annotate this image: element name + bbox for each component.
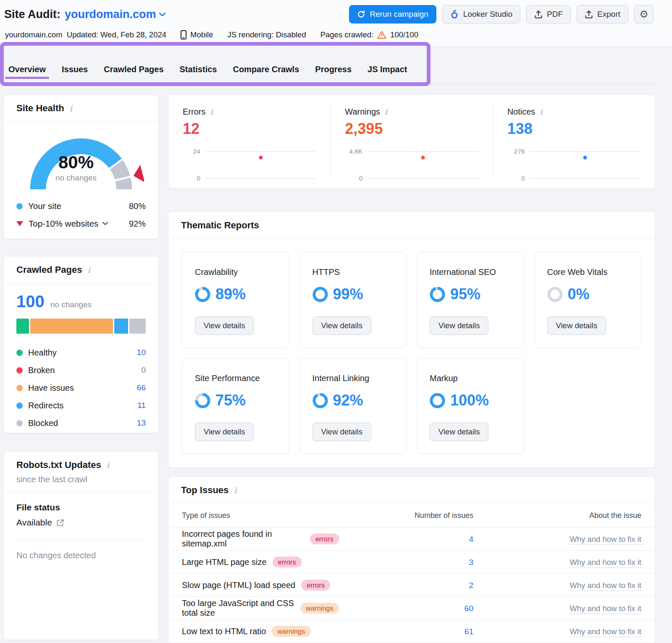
- info-icon[interactable]: i: [209, 107, 214, 117]
- robots-note: No changes detected: [16, 551, 146, 560]
- view-details-button[interactable]: View details: [312, 316, 371, 335]
- info-icon[interactable]: i: [383, 107, 388, 117]
- crawled-pages-change: no changes: [50, 300, 92, 309]
- chevron-down-icon[interactable]: [102, 222, 108, 226]
- severity-badge: errors: [301, 580, 330, 591]
- table-row: Large HTML page sizeerrors 3 Why and how…: [168, 551, 655, 574]
- legend-have-issues: Have issues 66: [16, 379, 146, 397]
- crawled-pages-stacked-bar: [16, 319, 146, 334]
- pdf-button[interactable]: PDF: [526, 5, 571, 24]
- thematic-markup: Markup 100% View details: [417, 358, 524, 454]
- errors-count[interactable]: 12: [183, 120, 316, 138]
- errors-data-point: [259, 156, 262, 159]
- refresh-icon: [357, 10, 365, 18]
- why-how-to-fix-link[interactable]: Why and how to fix it: [570, 627, 641, 637]
- errors-trend-chart: 24 0: [183, 148, 316, 182]
- rerun-campaign-button[interactable]: Rerun campaign: [349, 5, 436, 24]
- crawled-pages-card: Crawled Pages i 100 no changes Health: [3, 256, 159, 433]
- warning-triangle-icon: [377, 31, 386, 39]
- legend-broken: Broken 0: [16, 361, 146, 379]
- tab-crawled-pages[interactable]: Crawled Pages: [104, 65, 163, 83]
- site-health-change: no changes: [18, 173, 134, 183]
- why-how-to-fix-link[interactable]: Why and how to fix it: [570, 604, 641, 614]
- your-site-dot-icon: [16, 203, 23, 209]
- benchmark-marker-icon: [134, 165, 144, 183]
- robots-txt-card: Robots.txt Updates i since the last craw…: [3, 451, 159, 640]
- broken-dot-icon: [16, 367, 23, 374]
- tab-overview[interactable]: Overview: [8, 65, 46, 83]
- tab-progress[interactable]: Progress: [315, 65, 352, 83]
- errors-metric: Errors i 12 24 0: [168, 106, 330, 178]
- warnings-data-point: [421, 156, 425, 159]
- tab-compare-crawls[interactable]: Compare Crawls: [233, 65, 299, 83]
- why-how-to-fix-link[interactable]: Why and how to fix it: [570, 558, 641, 568]
- bar-segment-redirects: [114, 319, 128, 334]
- looker-studio-button[interactable]: Looker Studio: [442, 5, 520, 24]
- export-button[interactable]: Export: [577, 5, 628, 24]
- view-details-button[interactable]: View details: [312, 423, 371, 441]
- progress-ring-icon: [547, 287, 563, 302]
- notices-data-point: [583, 156, 587, 159]
- notices-metric: Notices i 138 276 0: [493, 106, 655, 178]
- issue-count-link[interactable]: 60: [465, 604, 473, 613]
- mobile-icon: [181, 30, 186, 39]
- header-actions: Rerun campaign Looker Studio PDF Export: [349, 5, 654, 24]
- issue-count-link[interactable]: 2: [469, 581, 473, 590]
- gear-icon: ⚙: [639, 8, 648, 20]
- info-icon[interactable]: i: [233, 485, 238, 495]
- issue-count-link[interactable]: 4: [469, 535, 473, 544]
- table-row: Slow page (HTML) load speederrors 2 Why …: [168, 574, 655, 597]
- external-link-icon[interactable]: [56, 519, 64, 527]
- table-row: Too large JavaScript and CSS total sizew…: [168, 597, 655, 620]
- info-icon[interactable]: i: [87, 265, 92, 275]
- meta-domain: yourdomain.com: [5, 30, 63, 39]
- healthy-dot-icon: [16, 350, 23, 356]
- issue-count-link[interactable]: 3: [469, 558, 473, 567]
- info-icon[interactable]: i: [538, 107, 543, 117]
- table-row: Incorrect pages found in sitemap.xmlerro…: [168, 528, 655, 551]
- legend-top10-websites: Top-10% websites 92%: [16, 215, 146, 233]
- project-domain-selector[interactable]: yourdomain.com: [65, 8, 166, 21]
- legend-healthy: Healthy 10: [16, 344, 146, 361]
- tab-js-impact[interactable]: JS Impact: [368, 65, 407, 83]
- bar-segment-have-issues: [30, 319, 113, 334]
- robots-title: Robots.txt Updates: [16, 460, 101, 470]
- view-details-button[interactable]: View details: [195, 423, 254, 441]
- notices-count[interactable]: 138: [507, 120, 640, 138]
- info-icon[interactable]: i: [68, 103, 74, 113]
- looker-studio-icon: [450, 10, 459, 19]
- info-icon[interactable]: i: [105, 460, 110, 470]
- campaign-meta: yourdomain.com Updated: Wed, Feb 28, 202…: [0, 24, 672, 45]
- severity-badge: errors: [273, 557, 302, 568]
- severity-badge: warnings: [272, 626, 310, 637]
- issue-count-link[interactable]: 61: [465, 627, 473, 636]
- table-row: Low text to HTML ratiowarnings 61 Why an…: [168, 620, 655, 643]
- top-issues-table-header: Type of issues Number of issues About th…: [168, 504, 655, 528]
- red-triangle-icon: [16, 221, 23, 226]
- progress-ring-icon: [312, 393, 328, 408]
- view-details-button[interactable]: View details: [430, 316, 488, 335]
- upload-icon: [534, 10, 543, 19]
- why-how-to-fix-link[interactable]: Why and how to fix it: [570, 535, 641, 545]
- meta-js-rendering: JS rendering: Disabled: [228, 30, 306, 39]
- view-details-button[interactable]: View details: [195, 316, 254, 335]
- bar-segment-healthy: [16, 319, 29, 334]
- view-details-button[interactable]: View details: [430, 423, 488, 441]
- thematic-internal-linking: Internal Linking 92% View details: [299, 358, 407, 454]
- severity-badge: errors: [310, 533, 339, 545]
- site-health-score: 80%: [18, 152, 134, 173]
- divider: [16, 539, 146, 540]
- why-how-to-fix-link[interactable]: Why and how to fix it: [570, 581, 641, 591]
- settings-button[interactable]: ⚙: [634, 5, 654, 24]
- legend-redirects: Redirects 11: [16, 397, 146, 414]
- file-status-value: Available: [16, 518, 52, 528]
- warnings-metric: Warnings i 2,395 4.8K 0: [330, 106, 492, 178]
- progress-ring-icon: [430, 393, 445, 408]
- tabs-divider: [4, 84, 655, 85]
- warnings-count[interactable]: 2,395: [345, 120, 478, 138]
- progress-ring-icon: [195, 393, 210, 408]
- tab-statistics[interactable]: Statistics: [180, 65, 217, 83]
- tab-issues[interactable]: Issues: [62, 65, 88, 83]
- site-health-title: Site Health: [16, 103, 64, 114]
- view-details-button[interactable]: View details: [547, 316, 606, 335]
